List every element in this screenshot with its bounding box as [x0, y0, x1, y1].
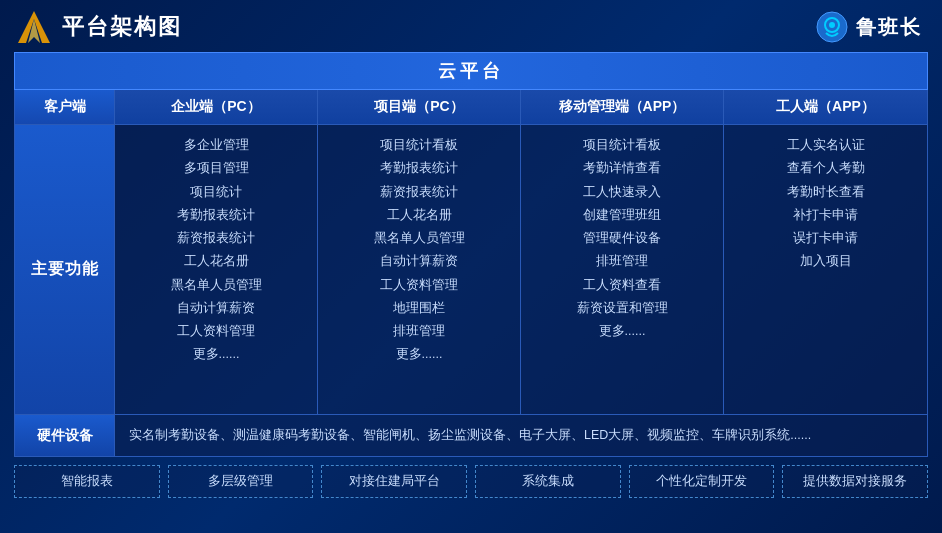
hardware-content: 实名制考勤设备、测温健康码考勤设备、智能闸机、扬尘监测设备、电子大屏、LED大屏… — [115, 415, 927, 456]
feature-item: 对接住建局平台 — [321, 465, 467, 498]
mobile-content: 项目统计看板 考勤详情查看 工人快速录入 创建管理班组 管理硬件设备 排班管理 … — [521, 125, 724, 414]
list-item: 考勤时长查看 — [787, 182, 865, 203]
list-item: 多企业管理 — [184, 135, 249, 156]
list-item: 考勤报表统计 — [177, 205, 255, 226]
list-item: 考勤详情查看 — [583, 158, 661, 179]
brand-icon — [816, 11, 848, 43]
mobile-header: 移动管理端（APP） — [521, 90, 724, 125]
list-item: 项目统计看板 — [380, 135, 458, 156]
list-item: 自动计算薪资 — [380, 251, 458, 272]
list-item: 更多...... — [599, 321, 646, 342]
main-function-label: 主要功能 — [15, 125, 115, 414]
list-item: 查看个人考勤 — [787, 158, 865, 179]
column-headers: 客户端 企业端（PC） 项目端（PC） 移动管理端（APP） 工人端（APP） — [14, 90, 928, 125]
list-item: 加入项目 — [800, 251, 852, 272]
feature-item: 多层级管理 — [168, 465, 314, 498]
main-function-row: 主要功能 多企业管理 多项目管理 项目统计 考勤报表统计 薪资报表统计 工人花名… — [14, 125, 928, 415]
list-item: 工人花名册 — [184, 251, 249, 272]
list-item: 黑名单人员管理 — [374, 228, 465, 249]
list-item: 补打卡申请 — [793, 205, 858, 226]
list-item: 管理硬件设备 — [583, 228, 661, 249]
feature-item: 提供数据对接服务 — [782, 465, 928, 498]
list-item: 排班管理 — [393, 321, 445, 342]
list-item: 黑名单人员管理 — [171, 275, 262, 296]
logo-icon — [16, 9, 52, 45]
features-row: 智能报表 多层级管理 对接住建局平台 系统集成 个性化定制开发 提供数据对接服务 — [14, 465, 928, 498]
feature-item: 个性化定制开发 — [629, 465, 775, 498]
list-item: 误打卡申请 — [793, 228, 858, 249]
cloud-platform-banner: 云平台 — [14, 52, 928, 90]
list-item: 排班管理 — [596, 251, 648, 272]
worker-header: 工人端（APP） — [724, 90, 927, 125]
brand-logo: 鲁班长 — [816, 11, 922, 43]
cloud-platform-label: 云平台 — [438, 61, 504, 81]
hardware-row: 硬件设备 实名制考勤设备、测温健康码考勤设备、智能闸机、扬尘监测设备、电子大屏、… — [14, 415, 928, 457]
list-item: 创建管理班组 — [583, 205, 661, 226]
main-content: 云平台 客户端 企业端（PC） 项目端（PC） 移动管理端（APP） 工人端（A… — [0, 52, 942, 508]
list-item: 工人资料管理 — [177, 321, 255, 342]
list-item: 工人资料管理 — [380, 275, 458, 296]
feature-item: 智能报表 — [14, 465, 160, 498]
list-item: 考勤报表统计 — [380, 158, 458, 179]
list-item: 更多...... — [193, 344, 240, 365]
project-content: 项目统计看板 考勤报表统计 薪资报表统计 工人花名册 黑名单人员管理 自动计算薪… — [318, 125, 521, 414]
list-item: 多项目管理 — [184, 158, 249, 179]
enterprise-header: 企业端（PC） — [115, 90, 318, 125]
list-item: 工人实名认证 — [787, 135, 865, 156]
worker-content: 工人实名认证 查看个人考勤 考勤时长查看 补打卡申请 误打卡申请 加入项目 — [724, 125, 927, 414]
list-item: 工人快速录入 — [583, 182, 661, 203]
list-item: 工人花名册 — [387, 205, 452, 226]
project-header: 项目端（PC） — [318, 90, 521, 125]
feature-item: 系统集成 — [475, 465, 621, 498]
header-left: 平台架构图 — [16, 9, 182, 45]
list-item: 项目统计看板 — [583, 135, 661, 156]
svg-point-4 — [829, 22, 835, 28]
list-item: 薪资报表统计 — [177, 228, 255, 249]
list-item: 薪资报表统计 — [380, 182, 458, 203]
header: 平台架构图 鲁班长 — [0, 0, 942, 52]
hardware-label: 硬件设备 — [15, 415, 115, 456]
client-header: 客户端 — [15, 90, 115, 125]
header-title: 平台架构图 — [62, 12, 182, 42]
list-item: 项目统计 — [190, 182, 242, 203]
brand-name: 鲁班长 — [856, 14, 922, 41]
list-item: 工人资料查看 — [583, 275, 661, 296]
enterprise-content: 多企业管理 多项目管理 项目统计 考勤报表统计 薪资报表统计 工人花名册 黑名单… — [115, 125, 318, 414]
list-item: 地理围栏 — [393, 298, 445, 319]
list-item: 更多...... — [396, 344, 443, 365]
list-item: 薪资设置和管理 — [577, 298, 668, 319]
list-item: 自动计算薪资 — [177, 298, 255, 319]
